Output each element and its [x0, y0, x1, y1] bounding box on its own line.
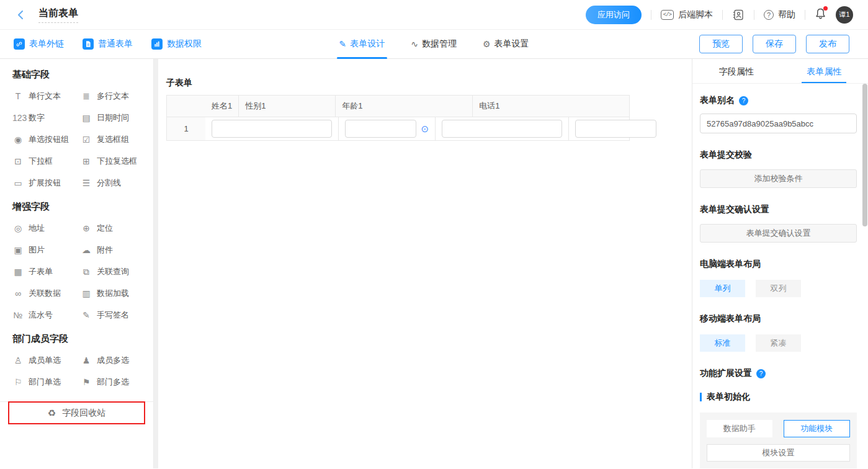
palette-item[interactable]: ⚑ 部门多选	[81, 377, 148, 388]
multi-dropdown-icon: ⊞	[81, 156, 92, 166]
palette-item[interactable]: ♟ 成员多选	[81, 355, 148, 366]
palette-item[interactable]: ⊕ 定位	[81, 223, 148, 234]
tab-data-manage[interactable]: ∿数据管理	[411, 30, 457, 59]
single-line-text-icon: T	[12, 91, 24, 101]
form-canvas[interactable]: 子表单 姓名1 性别1 年龄1 电话1 1	[158, 59, 692, 468]
linked-query-icon: ⧉	[81, 267, 92, 277]
palette-item[interactable]: ◉ 单选按钮组	[12, 134, 81, 145]
avatar[interactable]: 谭1	[836, 6, 853, 24]
palette-item[interactable]: ♙ 成员单选	[12, 355, 81, 366]
expand-button-icon: ▭	[12, 178, 24, 188]
palette-item[interactable]: ≣ 多行文本	[81, 91, 148, 102]
add-validation-button[interactable]: 添加校验条件	[700, 169, 857, 188]
dropdown-icon: ⊡	[12, 156, 24, 166]
help-icon[interactable]: ?	[739, 96, 748, 105]
palette-item[interactable]: ▭ 扩展按钮	[12, 177, 81, 189]
location-icon: ⊕	[81, 223, 92, 233]
subform-cell-input[interactable]	[212, 120, 332, 138]
palette-item[interactable]: ⊞ 下拉复选框	[81, 156, 148, 167]
table-row: 1 ⊙	[167, 117, 629, 140]
palette-item[interactable]: ⧉ 关联查询	[81, 266, 148, 277]
datetime-icon: ▤	[81, 113, 92, 123]
palette-item[interactable]: ☑ 复选框组	[81, 134, 148, 145]
attachment-icon: ☁	[81, 245, 92, 255]
radio-group-icon: ◉	[12, 135, 24, 145]
data-permission-tab[interactable]: 数据权限	[151, 38, 202, 50]
mobile-layout-label: 移动端表单布局	[700, 313, 857, 324]
help-icon[interactable]: ?	[756, 369, 766, 378]
form-init-option[interactable]: 功能模块	[784, 420, 851, 437]
contacts-icon	[732, 9, 745, 21]
palette-item[interactable]: ☁ 附件	[81, 244, 148, 256]
app-access-button[interactable]: 应用访问	[586, 6, 642, 24]
top-header: 当前表单 应用访问 </> 后端脚本 ? 帮助 谭1	[0, 0, 868, 30]
tab-form-design[interactable]: ✎表单设计	[339, 30, 385, 59]
mobile-layout-option[interactable]: 标准	[700, 334, 745, 352]
contacts-button[interactable]	[732, 9, 745, 21]
multi-line-text-icon: ≣	[81, 91, 92, 101]
image-icon: ▣	[12, 245, 24, 255]
function-extension-label: 功能扩展设置	[700, 368, 752, 379]
data-load-icon: ▥	[81, 288, 92, 298]
palette-item[interactable]: ✎ 手写签名	[81, 310, 148, 321]
pc-layout-option[interactable]: 单列	[700, 280, 745, 297]
mobile-layout-option[interactable]: 紧凑	[756, 334, 801, 352]
form-alias-label: 表单别名	[700, 95, 735, 106]
palette-item[interactable]: T 单行文本	[12, 91, 81, 102]
notification-badge	[823, 6, 828, 11]
help-button[interactable]: ? 帮助	[764, 9, 795, 20]
palette-item[interactable]: ▥ 数据加载	[81, 288, 148, 299]
subform-cell-input[interactable]	[575, 120, 656, 138]
divider	[754, 10, 754, 20]
palette-item[interactable]: № 流水号	[12, 310, 81, 321]
row-number-header	[167, 96, 205, 117]
subform-column-header: 年龄1	[335, 96, 472, 117]
palette-item[interactable]: ▣ 图片	[12, 244, 81, 256]
palette-item[interactable]: ☰ 分割线	[81, 177, 148, 189]
tab-form-settings[interactable]: ⚙表单设置	[483, 30, 529, 59]
subform-column-header: 电话1	[472, 96, 566, 117]
dept-single-icon: ⚐	[12, 377, 24, 387]
palette-item[interactable]: ▦ 子表单	[12, 266, 81, 277]
back-button[interactable]	[16, 10, 26, 20]
member-single-icon: ♙	[12, 355, 24, 365]
palette-item[interactable]: ▤ 日期时间	[81, 112, 148, 123]
form-alias-input[interactable]	[700, 114, 857, 133]
checkbox-group-icon: ☑	[81, 135, 92, 145]
backend-script-button[interactable]: </> 后端脚本	[661, 9, 713, 20]
subform-icon: ▦	[12, 267, 24, 277]
palette-item[interactable]: ⊡ 下拉框	[12, 156, 81, 167]
serial-number-icon: №	[12, 310, 24, 320]
module-settings-button[interactable]: 模块设置	[707, 444, 850, 462]
publish-button[interactable]: 发布	[806, 35, 849, 53]
subform-cell-input[interactable]	[442, 120, 562, 138]
palette-item[interactable]: ◎ 地址	[12, 223, 81, 234]
form-init-option[interactable]: 数据助手	[707, 420, 772, 437]
panel-scrollbar-thumb[interactable]	[862, 84, 867, 226]
palette-item[interactable]: 123 数字	[12, 112, 81, 123]
tab-field-properties[interactable]: 字段属性	[692, 59, 781, 83]
address-icon: ◎	[12, 223, 24, 233]
section-accent-bar	[700, 393, 702, 401]
palette-item[interactable]: ⚐ 部门单选	[12, 377, 81, 388]
field-recycle-bin-button[interactable]: ♻ 字段回收站	[8, 401, 145, 424]
normal-form-icon	[83, 38, 94, 50]
recycle-icon: ♻	[48, 408, 56, 419]
notification-button[interactable]	[815, 7, 826, 22]
toolbar: 表单外链 普通表单 数据权限 ✎表单设计 ∿数据管理 ⚙表单设置 预览 保存	[0, 30, 868, 59]
form-external-link-tab[interactable]: 表单外链	[14, 38, 64, 50]
subform-cell-input[interactable]	[345, 120, 416, 138]
number-icon: 123	[12, 113, 24, 123]
save-button[interactable]: 保存	[753, 35, 796, 53]
properties-panel: 字段属性 表单属性 表单别名 ? 表单提交校验 添加校验条件 表单提交确认设置 …	[692, 59, 868, 468]
preview-button[interactable]: 预览	[699, 35, 743, 53]
member-multi-icon: ♟	[81, 355, 92, 365]
normal-form-tab[interactable]: 普通表单	[83, 38, 133, 50]
palette-item[interactable]: ∞ 关联数据	[12, 288, 81, 299]
submit-confirm-button[interactable]: 表单提交确认设置	[700, 224, 857, 243]
section-title-enhanced-fields: 增强字段	[12, 201, 147, 213]
pc-layout-option[interactable]: 双列	[756, 280, 801, 297]
tab-form-properties[interactable]: 表单属性	[781, 59, 868, 83]
submit-validation-label: 表单提交校验	[700, 150, 857, 161]
radio-select-icon[interactable]: ⊙	[421, 123, 429, 135]
